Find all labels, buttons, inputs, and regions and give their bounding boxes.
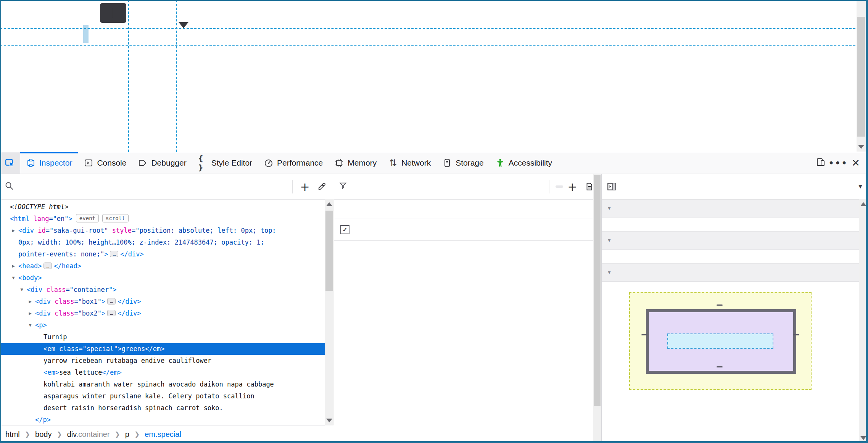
code-segment: =": [74, 309, 82, 317]
scroll-down-icon[interactable]: [326, 419, 332, 422]
tab-network[interactable]: ⇅Network: [382, 152, 436, 174]
tree-row[interactable]: <html lang="en">eventscroll: [0, 213, 334, 225]
border-label: [646, 309, 654, 311]
code-segment: container: [74, 286, 109, 293]
tree-row[interactable]: ▶<div class="box2">…</div>: [0, 308, 334, 319]
class-panel-toggle[interactable]: [556, 185, 563, 188]
tree-row[interactable]: yarrow ricebean rutabaga endive cauliflo…: [0, 355, 334, 367]
box-model-content[interactable]: [667, 333, 773, 349]
page-scrollbar[interactable]: [857, 0, 866, 152]
twisty-icon[interactable]: ▼: [27, 319, 33, 331]
markup-tree: <!DOCTYPE html><html lang="en">eventscro…: [0, 200, 334, 425]
add-new-class-input[interactable]: [334, 200, 601, 219]
breadcrumb-item-div[interactable]: div.container: [67, 430, 110, 439]
add-rule-button[interactable]: +: [565, 178, 580, 195]
tree-row[interactable]: <em>sea lettuce</em>: [0, 367, 334, 379]
tab-debugger[interactable]: Debugger: [132, 152, 192, 174]
expand-inline-icon[interactable]: …: [107, 298, 116, 304]
tooltip-divider: [113, 8, 113, 18]
tree-row[interactable]: Turnip: [0, 331, 334, 343]
console-icon: [84, 158, 93, 168]
screenshot-root: InspectorConsoleDebugger{ }Style EditorP…: [0, 0, 868, 443]
code-segment: yarrow ricebean rutabaga endive cauliflo…: [43, 357, 211, 364]
rules-scrollbar[interactable]: [593, 174, 601, 443]
twisty-icon[interactable]: ▶: [10, 260, 16, 272]
border-bottom-value[interactable]: [717, 366, 723, 367]
tree-row[interactable]: ▶<head>…</head>: [0, 260, 334, 272]
grid-message: [602, 250, 868, 264]
scrollbar-thumb[interactable]: [325, 211, 333, 291]
tab-console[interactable]: Console: [78, 152, 132, 174]
twisty-icon[interactable]: ▶: [27, 308, 33, 319]
expand-inline-icon[interactable]: …: [107, 310, 116, 316]
tab-memory[interactable]: Memory: [329, 152, 382, 174]
accessibility-icon: [495, 158, 505, 168]
tab-performance[interactable]: Performance: [258, 152, 329, 174]
tree-row[interactable]: ▼<body>: [0, 272, 334, 284]
code-segment: <div: [35, 309, 51, 317]
tab-accessibility[interactable]: Accessibility: [490, 152, 558, 174]
border-top-value[interactable]: [717, 304, 723, 306]
breadcrumb-item-body[interactable]: body: [35, 430, 52, 439]
twisty-icon[interactable]: ▶: [10, 225, 16, 237]
code-segment: </p>: [35, 416, 51, 424]
scroll-up-icon[interactable]: [326, 202, 332, 206]
tree-row[interactable]: <em class="special">greens</em>: [0, 343, 334, 355]
filter-icon: [339, 182, 347, 192]
eyedropper-button[interactable]: [314, 178, 329, 195]
tab-inspector[interactable]: Inspector: [20, 152, 78, 174]
code-segment: id: [34, 227, 46, 234]
border-right-value[interactable]: [793, 334, 799, 335]
close-icon: ✕: [852, 157, 860, 169]
code-segment: ": [109, 286, 113, 293]
tree-row[interactable]: ▶<div class="box1">…</div>: [0, 296, 334, 308]
toolbar-divider: [549, 180, 549, 193]
grid-section-header[interactable]: ▼: [602, 232, 868, 250]
tree-row[interactable]: kohlrabi amaranth water spinach avocado …: [0, 379, 334, 414]
window-frame-right: [866, 0, 868, 443]
breadcrumb-item-html[interactable]: html: [5, 430, 20, 439]
highlighter-tooltip: [100, 3, 126, 23]
tree-row[interactable]: ▼<div class="container">: [0, 284, 334, 296]
box-model-diagram: [602, 292, 868, 407]
expand-inline-icon[interactable]: …: [43, 263, 52, 269]
scroll-down-icon[interactable]: [858, 145, 864, 149]
element-picker-button[interactable]: [0, 152, 20, 174]
breadcrumb-item-p[interactable]: p: [125, 430, 129, 439]
twisty-icon[interactable]: ▼: [10, 272, 16, 284]
chevron-right-icon: ❯: [134, 430, 140, 438]
sidebar-toggle-icon[interactable]: [602, 174, 622, 199]
box-model-section-header[interactable]: ▼: [602, 264, 868, 282]
flexbox-section-header[interactable]: ▼: [602, 200, 868, 217]
code-segment: </div>: [118, 298, 141, 305]
expand-inline-icon[interactable]: …: [110, 251, 118, 257]
border-left-value[interactable]: [641, 334, 647, 335]
tab-style-editor[interactable]: { }Style Editor: [192, 152, 258, 174]
add-node-button[interactable]: +: [297, 178, 312, 195]
tab-label: Console: [97, 158, 126, 168]
tree-row[interactable]: ▼<p>: [0, 319, 334, 331]
code-segment: >: [118, 345, 122, 353]
tree-row[interactable]: </p>: [0, 414, 334, 425]
meatball-menu-button[interactable]: •••: [830, 155, 847, 171]
scroll-badge[interactable]: scroll: [102, 214, 129, 222]
tree-row[interactable]: <!DOCTYPE html>: [0, 201, 334, 213]
code-segment: ": [98, 309, 101, 317]
box-model-border[interactable]: [646, 309, 796, 374]
event-badge[interactable]: event: [76, 214, 99, 222]
markup-pane: + <!DOCTYPE html><html lang="en">eventsc…: [0, 174, 334, 443]
scrollbar-thumb[interactable]: [594, 175, 601, 406]
tab-storage[interactable]: Storage: [436, 152, 490, 174]
twisty-icon[interactable]: ▼: [19, 284, 25, 296]
responsive-design-mode-button[interactable]: [812, 155, 829, 171]
twisty-icon[interactable]: ▶: [27, 296, 33, 308]
box-model-margin[interactable]: [629, 292, 812, 390]
class-checkbox[interactable]: ✓: [340, 225, 349, 234]
code-segment: class: [42, 286, 66, 293]
element-picker-icon: [5, 158, 15, 168]
close-button[interactable]: ✕: [847, 155, 864, 171]
markup-scrollbar[interactable]: [325, 199, 334, 425]
tree-row[interactable]: ▶<div id="saka-gui-root" style="position…: [0, 225, 334, 260]
scrollbar-thumb[interactable]: [857, 17, 865, 137]
breadcrumb-item-em-special[interactable]: em.special: [145, 430, 181, 439]
